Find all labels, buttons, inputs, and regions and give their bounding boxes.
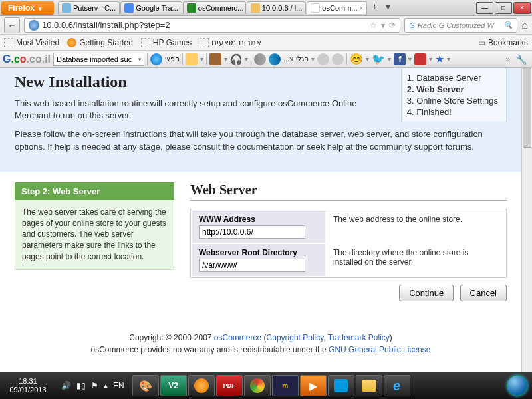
taskbar-app-mirc[interactable]: m [272, 375, 299, 396]
clock[interactable]: 18:31 09/01/2013 [0, 374, 56, 397]
emoji-icon[interactable]: 😊 [350, 53, 363, 65]
search-box[interactable]: G Radio G Customized W 🔍 [404, 18, 517, 33]
home-button[interactable]: ⌂ [521, 19, 528, 31]
most-visited-button[interactable]: Most Visited [4, 38, 59, 47]
trademark-policy-link[interactable]: Trademark Policy [328, 333, 390, 342]
radio-play-icon[interactable] [269, 53, 281, 65]
separator [251, 53, 251, 65]
start-button[interactable] [503, 373, 532, 398]
radio-next-icon[interactable] [332, 53, 344, 65]
search-plugin-icon[interactable] [150, 53, 162, 65]
intro-paragraph-1: This web-based installation routine will… [15, 98, 374, 122]
taskbar-app-ie[interactable]: e [384, 375, 410, 396]
tray-expand-icon[interactable]: ▴ [104, 381, 108, 390]
separator [182, 53, 183, 65]
tab-google-translate[interactable]: Google Tra... [120, 1, 182, 14]
new-tab-button[interactable]: + [368, 1, 381, 14]
flag-icon[interactable]: ⚑ [91, 381, 98, 390]
tab-phpmyadmin[interactable]: 10.0.0.6 / l... [247, 1, 307, 14]
copyright-policy-link[interactable]: Copyright Policy [267, 333, 324, 342]
radio-stop-icon[interactable] [317, 53, 329, 65]
root-dir-label: Webserver Root Directory [199, 248, 319, 257]
star-icon[interactable]: ★ [435, 53, 444, 65]
taskbar-app-explorer[interactable] [356, 375, 382, 396]
address-bar: ← 10.0.0.6/install/install.php?step=2 ☆ … [0, 16, 532, 35]
bookmark-label: HP Games [153, 38, 192, 47]
wand-icon[interactable] [186, 53, 198, 65]
oscommerce-link[interactable]: osCommerce [214, 333, 261, 342]
back-button[interactable]: ← [4, 17, 20, 33]
chevron-down-icon[interactable]: ▾ [429, 55, 432, 63]
network-icon[interactable]: ▮▯ [76, 381, 86, 390]
config-form: WWW Address The web address to the onlin… [190, 209, 507, 278]
globe-icon [29, 20, 39, 31]
step-item: Database Server [407, 72, 498, 84]
gpl-link[interactable]: GNU General Public License [329, 345, 430, 354]
overflow-icon[interactable]: » [505, 55, 510, 64]
headphones-icon[interactable]: 🎧 [230, 53, 242, 65]
chevron-down-icon[interactable]: ▾ [200, 55, 203, 63]
taskbar-app-vnc[interactable]: V2 [160, 375, 187, 396]
radio-station-label: ...רגלי צ [283, 55, 309, 63]
search-go-icon[interactable]: 🔍 [503, 21, 513, 29]
maximize-button[interactable]: □ [495, 2, 512, 14]
root-dir-input[interactable] [199, 259, 305, 272]
url-field[interactable]: 10.0.0.6/install/install.php?step=2 ☆ ▾ … [24, 18, 400, 33]
angry-bird-icon[interactable]: 🐦 [372, 53, 385, 65]
tab-strip: Putserv - C... Google Tra... osCommerc..… [58, 1, 476, 14]
chevron-down-icon[interactable]: ▾ [388, 55, 391, 63]
taskbar-app-paint[interactable]: 🎨 [132, 375, 159, 396]
windows-taskbar: 18:31 09/01/2013 🔊 ▮▯ ⚑ ▴ EN 🎨 V2 PDF m … [0, 372, 532, 399]
facebook-icon[interactable]: f [394, 53, 406, 65]
taskbar-app-chrome[interactable] [244, 375, 271, 396]
separator [346, 53, 347, 65]
scrollbar-thumb[interactable] [523, 68, 531, 148]
tab-oscommerce-site[interactable]: osCommerc... [183, 1, 246, 14]
www-address-input[interactable] [199, 225, 305, 239]
volume-icon[interactable]: 🔊 [61, 381, 71, 390]
chevron-down-icon[interactable]: ▾ [311, 55, 315, 63]
vertical-scrollbar[interactable] [521, 68, 532, 372]
taskbar-app-firefox[interactable] [188, 375, 215, 396]
bookmarks-menu-button[interactable]: ▭Bookmarks [478, 38, 528, 47]
chevron-down-icon[interactable]: ▾ [447, 55, 450, 63]
close-button[interactable]: × [513, 2, 531, 14]
side-panel-body: The web server takes care of serving the… [15, 200, 174, 270]
avatar-icon[interactable] [209, 53, 221, 65]
suggested-sites-link[interactable]: אתרים מוצעים [200, 38, 261, 47]
bookmarks-toolbar: Most Visited Getting Started HP Games את… [0, 35, 532, 51]
tab-list-button[interactable]: ▾ [382, 1, 394, 14]
chevron-down-icon[interactable]: ▾ [245, 55, 248, 63]
tab-oscommerce-install[interactable]: osComm...× [307, 1, 367, 14]
star-icon[interactable]: ☆ [370, 21, 377, 30]
wrench-icon[interactable]: 🔧 [515, 54, 527, 65]
chevron-down-icon[interactable]: ▾ [408, 55, 412, 63]
chevron-down-icon[interactable]: ▾ [224, 55, 227, 63]
root-dir-desc: The directory where the online store is … [327, 244, 505, 276]
google-logo[interactable]: G.co.co.il [3, 53, 51, 65]
tab-label: 10.0.0.6 / l... [262, 4, 303, 12]
reload-icon[interactable]: ⟳ [389, 21, 396, 30]
cancel-button[interactable]: Cancel [460, 285, 507, 301]
youtube-icon[interactable] [414, 53, 426, 65]
language-indicator[interactable]: EN [113, 381, 124, 390]
close-icon[interactable]: × [360, 5, 364, 12]
chevron-down-icon[interactable]: ▾ [366, 55, 369, 63]
minimize-button[interactable]: — [476, 2, 493, 14]
status-dropdown[interactable]: Database imported suc [53, 53, 144, 66]
taskbar-app-teamviewer[interactable] [328, 375, 354, 396]
firefox-menu-button[interactable]: Firefox [1, 1, 54, 15]
hp-games-link[interactable]: HP Games [141, 38, 192, 47]
continue-button[interactable]: Continue [399, 285, 454, 301]
side-panel-title: Step 2: Web Server [15, 182, 174, 200]
taskbar-app-pdf[interactable]: PDF [216, 375, 243, 396]
radio-prev-icon[interactable] [254, 53, 266, 65]
getting-started-link[interactable]: Getting Started [67, 38, 133, 47]
date-text: 09/01/2013 [0, 386, 56, 394]
tab-putserv[interactable]: Putserv - C... [58, 1, 120, 14]
taskbar-app-mediaplayer[interactable]: ▶ [300, 375, 327, 396]
dropdown-icon[interactable]: ▾ [381, 21, 385, 30]
tab-label: Google Tra... [136, 4, 178, 12]
page-icon [200, 38, 209, 47]
browser-titlebar: Firefox Putserv - C... Google Tra... osC… [0, 0, 532, 16]
